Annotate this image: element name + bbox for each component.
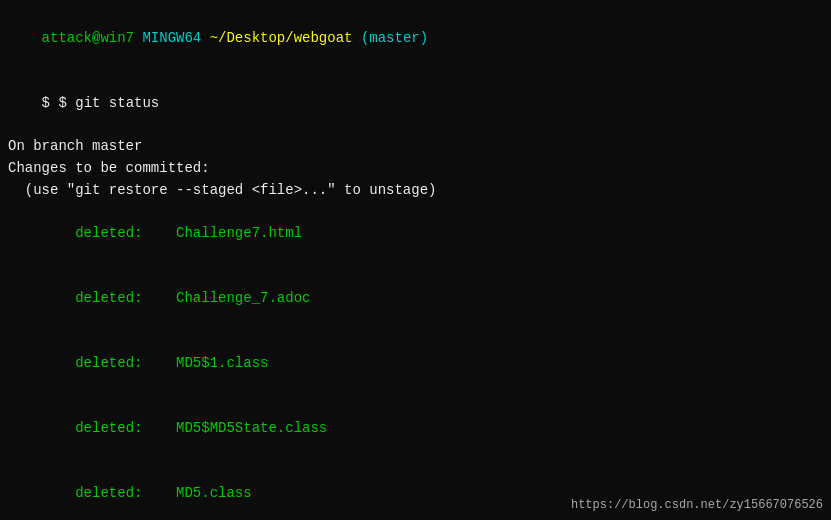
deleted-filename-1: Challenge7.html	[176, 225, 302, 241]
terminal-title-line: attack@win7 MINGW64 ~/Desktop/webgoat (m…	[8, 6, 823, 71]
deleted-filename-4: MD5$MD5State.class	[176, 420, 327, 436]
terminal-window: attack@win7 MINGW64 ~/Desktop/webgoat (m…	[0, 0, 831, 520]
deleted-label-2: deleted:	[42, 290, 176, 306]
on-branch-line: On branch master	[8, 136, 823, 158]
deleted-file-1: deleted: Challenge7.html	[8, 201, 823, 266]
deleted-label-3: deleted:	[42, 355, 176, 371]
terminal-branch: (master)	[361, 30, 428, 46]
deleted-label-5: deleted:	[42, 485, 176, 501]
changes-header-line: Changes to be committed:	[8, 158, 823, 180]
terminal-prompt-line: $ $ git status	[8, 71, 823, 136]
deleted-filename-5: MD5.class	[176, 485, 252, 501]
deleted-label-4: deleted:	[42, 420, 176, 436]
deleted-file-2: deleted: Challenge_7.adoc	[8, 266, 823, 331]
deleted-filename-2: Challenge_7.adoc	[176, 290, 310, 306]
restore-hint-line: (use "git restore --staged <file>..." to…	[8, 180, 823, 202]
terminal-prompt-command: $ git status	[58, 95, 159, 111]
terminal-path: ~/Desktop/webgoat	[210, 30, 353, 46]
deleted-filename-3: MD5$1.class	[176, 355, 268, 371]
terminal-shell: MINGW64	[142, 30, 201, 46]
watermark: https://blog.csdn.net/zy15667076526	[571, 498, 823, 512]
terminal-user: attack@win7	[42, 30, 134, 46]
terminal-space2	[352, 30, 360, 46]
terminal-prompt-symbol: $	[42, 95, 59, 111]
deleted-file-3: deleted: MD5$1.class	[8, 331, 823, 396]
terminal-space1	[201, 30, 209, 46]
deleted-label-1: deleted:	[42, 225, 176, 241]
deleted-file-4: deleted: MD5$MD5State.class	[8, 396, 823, 461]
